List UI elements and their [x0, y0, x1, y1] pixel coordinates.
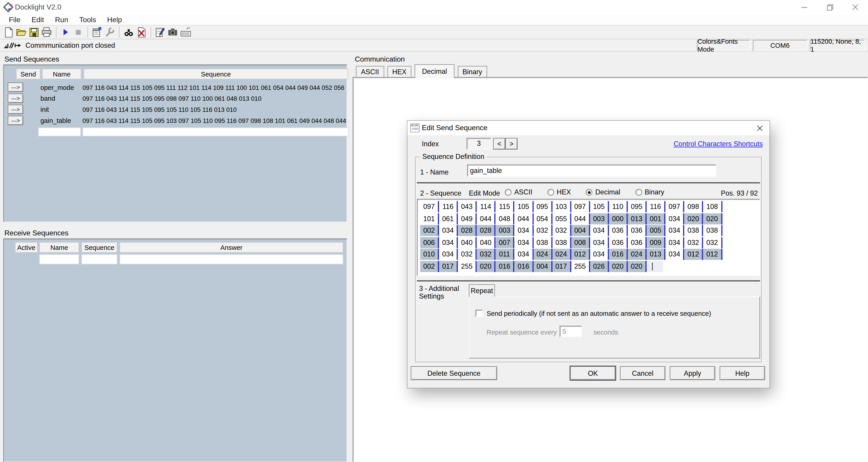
sequence-byte[interactable]: 008	[571, 237, 590, 248]
sequence-byte[interactable]: 034	[590, 237, 609, 248]
sequence-byte[interactable]: 255	[571, 261, 590, 272]
status-mode[interactable]: Colors&Fonts Mode	[697, 40, 750, 51]
save-project-icon[interactable]	[28, 26, 40, 38]
menu-item[interactable]: File	[3, 16, 26, 24]
sequence-name[interactable]: band	[38, 93, 80, 104]
communication-tab[interactable]: Decimal	[415, 64, 454, 78]
sequence-byte[interactable]: 116	[647, 201, 665, 212]
sequence-byte[interactable]: 001	[647, 213, 665, 224]
sequence-name[interactable]: gain_table	[38, 115, 80, 126]
sequence-byte[interactable]: 043	[458, 201, 477, 212]
send-sequence-button[interactable]: --->	[8, 94, 23, 103]
options-wrench-icon[interactable]	[103, 26, 116, 38]
sequence-byte[interactable]: 034	[665, 225, 684, 236]
sequence-byte[interactable]: 038	[684, 225, 703, 236]
sequence-byte[interactable]: 049	[458, 213, 477, 224]
sequence-byte[interactable]: 011	[496, 249, 515, 260]
sequence-byte[interactable]: 000	[609, 213, 628, 224]
sequence-byte[interactable]: 020	[684, 213, 703, 224]
sequence-byte[interactable]: 003	[496, 225, 515, 236]
sequence-byte[interactable]: 016	[515, 261, 533, 272]
index-value[interactable]: 3	[467, 138, 491, 149]
sequence-byte[interactable]: 044	[515, 213, 533, 224]
sequence-byte[interactable]: 034	[665, 237, 684, 248]
sequence-byte[interactable]: 103	[552, 201, 571, 212]
empty-name-cell[interactable]	[39, 254, 79, 264]
sequence-byte[interactable]: 101	[420, 213, 439, 224]
sequence-byte[interactable]: 012	[571, 249, 590, 260]
sequence-bytes[interactable]: 097 116 043 114 115 105 095 105 110 105 …	[83, 104, 349, 115]
sequence-byte[interactable]: 108	[703, 201, 722, 212]
minimize-icon[interactable]	[792, 0, 817, 15]
send-sequence-button[interactable]: --->	[8, 116, 23, 125]
sequence-byte[interactable]: 115	[496, 201, 515, 212]
open-project-icon[interactable]	[15, 26, 27, 38]
sequence-byte[interactable]: 003	[590, 213, 609, 224]
edit-notes-icon[interactable]	[154, 26, 166, 38]
sequence-byte[interactable]: 028	[458, 225, 477, 236]
sequence-byte[interactable]: 007	[496, 237, 515, 248]
delete-sequence-button[interactable]: Delete Sequence	[411, 366, 497, 380]
send-sequence-button[interactable]: --->	[8, 105, 23, 114]
start-communication-icon[interactable]	[59, 26, 71, 38]
repeat-seconds-input[interactable]: 5	[560, 326, 582, 337]
sequence-byte[interactable]: 098	[684, 201, 703, 212]
sequence-byte[interactable]: 097	[571, 201, 590, 212]
keyboard-console-icon[interactable]	[179, 26, 191, 38]
sequence-byte[interactable]: 002	[420, 225, 439, 236]
sequence-byte[interactable]: 044	[477, 213, 496, 224]
menu-item[interactable]: Help	[101, 16, 127, 24]
sequence-byte[interactable]: 034	[515, 225, 533, 236]
repeat-tab[interactable]: Repeat	[469, 284, 495, 297]
clear-communication-icon[interactable]	[135, 26, 147, 38]
dialog-button[interactable]: OK	[570, 366, 616, 380]
sequence-byte[interactable]: 013	[647, 249, 665, 260]
sequence-byte[interactable]: 016	[609, 249, 628, 260]
sequence-byte[interactable]: 040	[458, 237, 477, 248]
send-periodically-checkbox[interactable]	[475, 310, 483, 317]
sequence-byte[interactable]: 002	[420, 261, 439, 272]
sequence-name[interactable]: init	[38, 104, 80, 115]
status-com-port[interactable]: COM6	[753, 40, 807, 51]
sequence-byte[interactable]: 110	[609, 201, 628, 212]
sequence-byte[interactable]: 026	[590, 261, 609, 272]
menu-item[interactable]: Tools	[74, 16, 101, 24]
empty-name-cell[interactable]	[38, 127, 81, 136]
empty-sequence-cell[interactable]	[83, 127, 349, 136]
sequence-byte[interactable]: 097	[420, 201, 439, 212]
new-file-icon[interactable]	[2, 26, 14, 38]
sequence-byte[interactable]: 004	[533, 261, 552, 272]
sequence-byte[interactable]: 034	[665, 213, 684, 224]
sequence-byte[interactable]: 005	[647, 225, 665, 236]
send-sequence-button[interactable]: --->	[8, 83, 23, 92]
sequence-byte[interactable]: 020	[609, 261, 628, 272]
sequence-byte[interactable]: 116	[439, 201, 458, 212]
sequence-byte[interactable]: 034	[439, 225, 458, 236]
sequence-byte[interactable]: 034	[590, 225, 609, 236]
sequence-byte[interactable]: 036	[628, 225, 647, 236]
sequence-byte[interactable]: 034	[590, 249, 609, 260]
sequence-byte[interactable]: 038	[703, 225, 722, 236]
sequence-byte[interactable]: 013	[628, 213, 647, 224]
sequence-byte[interactable]: 036	[609, 225, 628, 236]
index-next-button[interactable]: >	[505, 138, 518, 149]
print-icon[interactable]	[40, 26, 53, 38]
sequence-byte[interactable]: 034	[515, 249, 533, 260]
sequence-byte[interactable]: 038	[533, 237, 552, 248]
dialog-close-icon[interactable]	[754, 123, 765, 133]
sequence-byte[interactable]: 105	[590, 201, 609, 212]
sequence-byte[interactable]: 040	[477, 237, 496, 248]
sequence-byte[interactable]: 034	[665, 249, 684, 260]
stop-communication-icon[interactable]	[72, 26, 84, 38]
sequence-byte[interactable]: 006	[420, 237, 439, 248]
sequence-byte[interactable]: 097	[665, 201, 684, 212]
sequence-byte[interactable]: 034	[439, 237, 458, 248]
sequence-grid[interactable]: 0971160431141151050951030971051100951160…	[417, 199, 760, 276]
edit-mode-radio[interactable]: ASCII	[505, 188, 532, 196]
empty-sequence-cell[interactable]	[82, 254, 117, 264]
sequence-byte[interactable]: 048	[496, 213, 515, 224]
dialog-button[interactable]: Apply	[670, 366, 715, 380]
sequence-byte[interactable]: 032	[458, 249, 477, 260]
sequence-byte[interactable]: 016	[496, 261, 515, 272]
sequence-byte[interactable]: 044	[571, 213, 590, 224]
